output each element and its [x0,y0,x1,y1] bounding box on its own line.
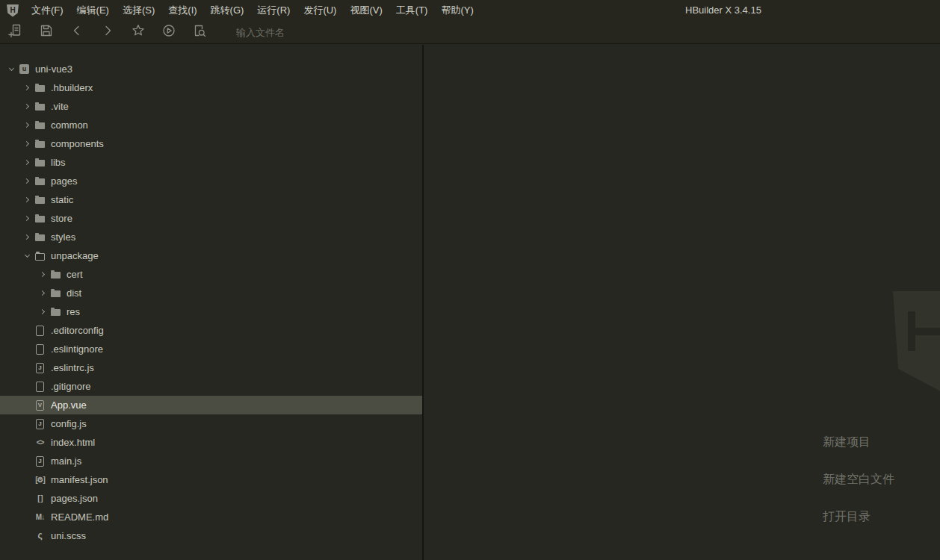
save-button[interactable] [37,23,55,41]
tree-item-libs[interactable]: libs [0,153,422,172]
folder-icon [49,265,63,284]
menu-item-0[interactable]: 文件(F) [25,0,70,21]
file-tree: uuni-vue3.hbuilderx.vitecommoncomponents… [0,60,422,545]
chevron-right-icon[interactable] [22,97,33,116]
tree-item-config-js[interactable]: Jconfig.js [0,414,422,433]
menu-item-1[interactable]: 编辑(E) [70,0,116,21]
chevron-right-icon[interactable] [37,302,49,321]
chevron-right-icon[interactable] [37,284,49,302]
chevron-right-icon[interactable] [37,265,49,284]
tree-item-label: components [51,138,104,149]
tree-item-eslintrc-js[interactable]: J.eslintrc.js [0,358,422,377]
tree-item-pages[interactable]: pages [0,172,422,190]
menubar: 文件(F)编辑(E)选择(S)查找(I)跳转(G)运行(R)发行(U)视图(V)… [25,0,480,21]
tree-item-editorconfig[interactable]: .editorconfig [0,321,422,340]
chevron-right-icon[interactable] [22,134,33,153]
favorites-button[interactable] [129,23,147,41]
new-blank-file-link[interactable]: 新建空白文件 [823,472,894,488]
tree-item-uni-scss[interactable]: ςuni.scss [0,526,422,545]
tree-item-cert[interactable]: cert [0,265,422,284]
tree-item-styles[interactable]: styles [0,228,422,246]
js-file-icon: J [33,414,47,433]
new-file-button[interactable] [7,23,25,41]
tree-item-label: cert [67,269,83,280]
open-directory-link[interactable]: 打开目录 [823,509,894,525]
chevron-right-icon[interactable] [22,78,33,97]
tree-item-pages-json[interactable]: [ ]pages.json [0,489,422,508]
tree-item-dist[interactable]: dist [0,284,422,302]
chevron-right-icon[interactable] [22,153,33,172]
run-icon [161,23,176,41]
manifest-file-icon: [⚙] [33,470,47,489]
toolbar-icons [7,23,221,41]
menu-item-6[interactable]: 发行(U) [297,0,343,21]
menu-item-2[interactable]: 选择(S) [116,0,161,21]
file-icon [33,377,47,396]
js-file-icon: J [33,452,47,470]
tree-item-gitignore[interactable]: .gitignore [0,377,422,396]
chevron-spacer [22,489,33,508]
run-button[interactable] [160,23,178,41]
tree-item-res[interactable]: res [0,302,422,321]
back-button[interactable] [68,23,86,41]
tree-item-label: uni-vue3 [35,63,72,75]
scss-file-icon: ς [33,526,47,545]
tree-item-label: .eslintrc.js [51,362,94,373]
tree-item-manifest-json[interactable]: [⚙]manifest.json [0,470,422,489]
tree-item-index-html[interactable]: <>index.html [0,433,422,452]
tree-item-label: pages [51,175,77,187]
chevron-down-icon[interactable] [6,60,17,78]
folder-icon [33,153,47,172]
menu-item-9[interactable]: 帮助(Y) [434,0,480,21]
toolbar [0,21,940,44]
tree-item-app-vue[interactable]: VApp.vue [0,396,422,414]
chevron-spacer [22,321,33,340]
tree-item-static[interactable]: static [0,190,422,209]
chevron-right-icon[interactable] [22,116,33,134]
tree-item-readme-md[interactable]: M↓README.md [0,508,422,526]
tree-item-main-js[interactable]: Jmain.js [0,452,422,470]
file-search-input[interactable] [236,22,438,42]
folder-icon [33,134,47,153]
chevron-spacer [22,414,33,433]
chevron-right-icon[interactable] [22,209,33,228]
tree-item-components[interactable]: components [0,134,422,153]
folder-icon [49,302,63,321]
tree-item-uni-vue3[interactable]: uuni-vue3 [0,60,422,78]
menu-item-3[interactable]: 查找(I) [161,0,203,21]
tree-item-common[interactable]: common [0,116,422,134]
tree-item-store[interactable]: store [0,209,422,228]
file-icon [33,321,47,340]
chevron-right-icon[interactable] [22,190,33,209]
menu-item-5[interactable]: 运行(R) [250,0,297,21]
tree-item-label: App.vue [51,399,87,411]
new-project-link[interactable]: 新建项目 [823,435,894,450]
folder-icon [33,97,47,116]
vue-file-icon: V [33,396,47,414]
tree-item-label: unpackage [51,250,99,261]
forward-button[interactable] [99,23,117,41]
tree-item-vite[interactable]: .vite [0,97,422,116]
tree-item-eslintignore[interactable]: .eslintignore [0,340,422,358]
menu-item-8[interactable]: 工具(T) [389,0,435,21]
find-file-button[interactable] [191,23,208,41]
folder-icon [33,116,47,134]
tree-item-label: res [67,306,80,317]
chevron-spacer [22,526,33,545]
tree-item-unpackage[interactable]: unpackage [0,246,422,265]
tree-item-label: pages.json [51,493,98,504]
chevron-right-icon[interactable] [22,228,33,246]
menu-item-7[interactable]: 视图(V) [343,0,389,21]
chevron-spacer [22,358,33,377]
tree-item-hbuilderx[interactable]: .hbuilderx [0,78,422,97]
tree-item-label: .gitignore [51,381,90,392]
menu-item-4[interactable]: 跳转(G) [204,0,251,21]
chevron-right-icon[interactable] [22,172,33,190]
md-file-icon: M↓ [33,508,47,526]
project-icon: u [17,60,31,78]
chevron-spacer [22,452,33,470]
folder-icon [33,228,47,246]
quick-links: 新建项目新建空白文件打开目录 [823,435,894,547]
chevron-down-icon[interactable] [22,246,33,265]
tree-item-label: config.js [51,418,87,429]
